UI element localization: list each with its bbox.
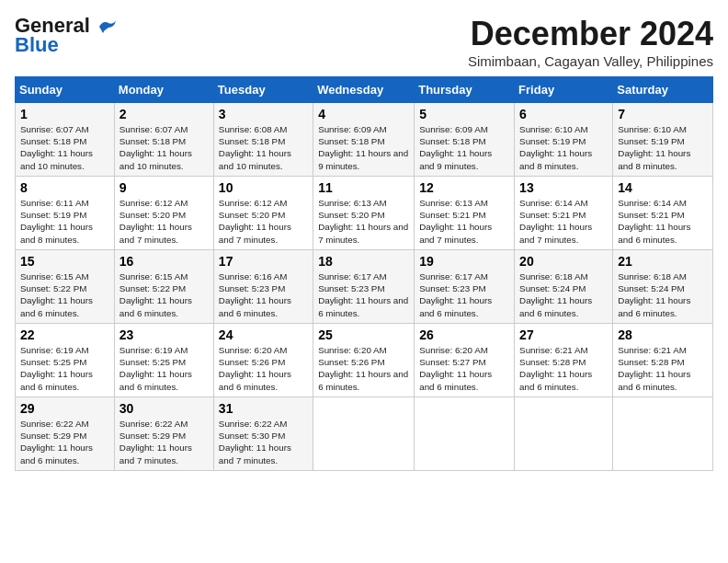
- calendar-week-row: 8Sunrise: 6:11 AMSunset: 5:19 PMDaylight…: [16, 177, 713, 250]
- calendar-cell: 22Sunrise: 6:19 AMSunset: 5:25 PMDayligh…: [16, 324, 115, 397]
- day-number: 12: [419, 180, 509, 195]
- day-number: 5: [419, 107, 509, 121]
- column-header-wednesday: Wednesday: [313, 77, 415, 103]
- day-info: Sunrise: 6:08 AMSunset: 5:18 PMDaylight:…: [219, 123, 308, 172]
- calendar-cell: 13Sunrise: 6:14 AMSunset: 5:21 PMDayligh…: [515, 177, 613, 250]
- day-info: Sunrise: 6:22 AMSunset: 5:29 PMDaylight:…: [119, 418, 209, 466]
- calendar-cell: 12Sunrise: 6:13 AMSunset: 5:21 PMDayligh…: [415, 177, 515, 250]
- calendar-cell: 9Sunrise: 6:12 AMSunset: 5:20 PMDaylight…: [114, 177, 213, 250]
- column-header-friday: Friday: [515, 77, 613, 103]
- day-number: 18: [318, 254, 409, 269]
- calendar-cell: 6Sunrise: 6:10 AMSunset: 5:19 PMDaylight…: [515, 103, 613, 177]
- calendar-cell: 24Sunrise: 6:20 AMSunset: 5:26 PMDayligh…: [213, 324, 313, 397]
- day-info: Sunrise: 6:15 AMSunset: 5:22 PMDaylight:…: [119, 270, 209, 319]
- day-info: Sunrise: 6:18 AMSunset: 5:24 PMDaylight:…: [618, 270, 708, 319]
- calendar-week-row: 15Sunrise: 6:15 AMSunset: 5:22 PMDayligh…: [16, 250, 713, 324]
- day-number: 27: [519, 327, 608, 342]
- column-header-thursday: Thursday: [415, 77, 515, 103]
- day-number: 20: [519, 254, 608, 269]
- calendar-cell: 16Sunrise: 6:15 AMSunset: 5:22 PMDayligh…: [114, 250, 213, 324]
- calendar-week-row: 29Sunrise: 6:22 AMSunset: 5:29 PMDayligh…: [16, 397, 713, 471]
- day-number: 2: [119, 107, 209, 121]
- day-number: 14: [618, 180, 708, 195]
- month-title: December 2024: [468, 15, 713, 53]
- day-number: 11: [318, 180, 409, 195]
- location-title: Simimbaan, Cagayan Valley, Philippines: [468, 53, 713, 69]
- calendar-cell: 15Sunrise: 6:15 AMSunset: 5:22 PMDayligh…: [16, 250, 115, 324]
- day-info: Sunrise: 6:17 AMSunset: 5:23 PMDaylight:…: [318, 270, 409, 319]
- day-number: 29: [20, 401, 109, 416]
- day-number: 7: [618, 107, 708, 121]
- day-number: 6: [519, 107, 608, 121]
- day-info: Sunrise: 6:11 AMSunset: 5:19 PMDaylight:…: [20, 197, 109, 246]
- logo-blue-text: Blue: [15, 33, 59, 57]
- day-info: Sunrise: 6:20 AMSunset: 5:26 PMDaylight:…: [318, 344, 409, 393]
- calendar-cell: 10Sunrise: 6:12 AMSunset: 5:20 PMDayligh…: [213, 177, 313, 250]
- calendar-header-row: SundayMondayTuesdayWednesdayThursdayFrid…: [16, 77, 713, 103]
- day-number: 3: [219, 107, 308, 121]
- calendar-cell: 29Sunrise: 6:22 AMSunset: 5:29 PMDayligh…: [16, 397, 115, 471]
- day-info: Sunrise: 6:07 AMSunset: 5:18 PMDaylight:…: [20, 123, 109, 172]
- calendar-cell: 30Sunrise: 6:22 AMSunset: 5:29 PMDayligh…: [114, 397, 213, 471]
- day-number: 22: [20, 327, 109, 342]
- calendar-cell: 8Sunrise: 6:11 AMSunset: 5:19 PMDaylight…: [16, 177, 115, 250]
- calendar-cell: [613, 397, 713, 471]
- day-number: 31: [219, 401, 308, 416]
- calendar-cell: 28Sunrise: 6:21 AMSunset: 5:28 PMDayligh…: [613, 324, 713, 397]
- calendar-cell: 20Sunrise: 6:18 AMSunset: 5:24 PMDayligh…: [515, 250, 613, 324]
- day-info: Sunrise: 6:14 AMSunset: 5:21 PMDaylight:…: [618, 197, 708, 246]
- day-number: 15: [20, 254, 109, 269]
- day-info: Sunrise: 6:21 AMSunset: 5:28 PMDaylight:…: [618, 344, 708, 393]
- day-info: Sunrise: 6:07 AMSunset: 5:18 PMDaylight:…: [119, 123, 209, 172]
- calendar-cell: 3Sunrise: 6:08 AMSunset: 5:18 PMDaylight…: [213, 103, 313, 177]
- day-number: 30: [119, 401, 209, 416]
- day-number: 8: [20, 180, 109, 195]
- day-info: Sunrise: 6:12 AMSunset: 5:20 PMDaylight:…: [219, 197, 308, 246]
- column-header-tuesday: Tuesday: [213, 77, 313, 103]
- day-info: Sunrise: 6:10 AMSunset: 5:19 PMDaylight:…: [519, 123, 608, 172]
- day-number: 25: [318, 327, 409, 342]
- day-number: 19: [419, 254, 509, 269]
- day-info: Sunrise: 6:09 AMSunset: 5:18 PMDaylight:…: [318, 123, 409, 172]
- day-info: Sunrise: 6:20 AMSunset: 5:26 PMDaylight:…: [219, 344, 308, 393]
- calendar-cell: [415, 397, 515, 471]
- calendar-cell: 11Sunrise: 6:13 AMSunset: 5:20 PMDayligh…: [313, 177, 415, 250]
- day-number: 16: [119, 254, 209, 269]
- day-info: Sunrise: 6:20 AMSunset: 5:27 PMDaylight:…: [419, 344, 509, 393]
- calendar-cell: 7Sunrise: 6:10 AMSunset: 5:19 PMDaylight…: [613, 103, 713, 177]
- calendar-cell: 18Sunrise: 6:17 AMSunset: 5:23 PMDayligh…: [313, 250, 415, 324]
- calendar-cell: 31Sunrise: 6:22 AMSunset: 5:30 PMDayligh…: [213, 397, 313, 471]
- day-info: Sunrise: 6:21 AMSunset: 5:28 PMDaylight:…: [519, 344, 608, 393]
- day-number: 10: [219, 180, 308, 195]
- day-number: 1: [20, 107, 109, 121]
- calendar-cell: 14Sunrise: 6:14 AMSunset: 5:21 PMDayligh…: [613, 177, 713, 250]
- day-info: Sunrise: 6:19 AMSunset: 5:25 PMDaylight:…: [20, 344, 109, 393]
- day-info: Sunrise: 6:19 AMSunset: 5:25 PMDaylight:…: [119, 344, 209, 393]
- calendar-cell: [515, 397, 613, 471]
- calendar-cell: 2Sunrise: 6:07 AMSunset: 5:18 PMDaylight…: [114, 103, 213, 177]
- day-info: Sunrise: 6:15 AMSunset: 5:22 PMDaylight:…: [20, 270, 109, 319]
- column-header-saturday: Saturday: [613, 77, 713, 103]
- day-number: 9: [119, 180, 209, 195]
- day-number: 24: [219, 327, 308, 342]
- calendar-cell: 21Sunrise: 6:18 AMSunset: 5:24 PMDayligh…: [613, 250, 713, 324]
- day-number: 4: [318, 107, 409, 121]
- day-info: Sunrise: 6:09 AMSunset: 5:18 PMDaylight:…: [419, 123, 509, 172]
- calendar-cell: 4Sunrise: 6:09 AMSunset: 5:18 PMDaylight…: [313, 103, 415, 177]
- day-info: Sunrise: 6:22 AMSunset: 5:30 PMDaylight:…: [219, 418, 308, 466]
- day-info: Sunrise: 6:13 AMSunset: 5:20 PMDaylight:…: [318, 197, 409, 246]
- logo-bird-icon: [97, 18, 118, 35]
- calendar-cell: 23Sunrise: 6:19 AMSunset: 5:25 PMDayligh…: [114, 324, 213, 397]
- day-info: Sunrise: 6:10 AMSunset: 5:19 PMDaylight:…: [618, 123, 708, 172]
- day-info: Sunrise: 6:14 AMSunset: 5:21 PMDaylight:…: [519, 197, 608, 246]
- day-number: 21: [618, 254, 708, 269]
- title-area: December 2024 Simimbaan, Cagayan Valley,…: [468, 15, 713, 69]
- calendar-cell: 26Sunrise: 6:20 AMSunset: 5:27 PMDayligh…: [415, 324, 515, 397]
- column-header-monday: Monday: [114, 77, 213, 103]
- day-info: Sunrise: 6:16 AMSunset: 5:23 PMDaylight:…: [219, 270, 308, 319]
- logo: General Blue: [15, 15, 118, 57]
- calendar-cell: 19Sunrise: 6:17 AMSunset: 5:23 PMDayligh…: [415, 250, 515, 324]
- day-info: Sunrise: 6:18 AMSunset: 5:24 PMDaylight:…: [519, 270, 608, 319]
- column-header-sunday: Sunday: [16, 77, 115, 103]
- calendar-cell: 1Sunrise: 6:07 AMSunset: 5:18 PMDaylight…: [16, 103, 115, 177]
